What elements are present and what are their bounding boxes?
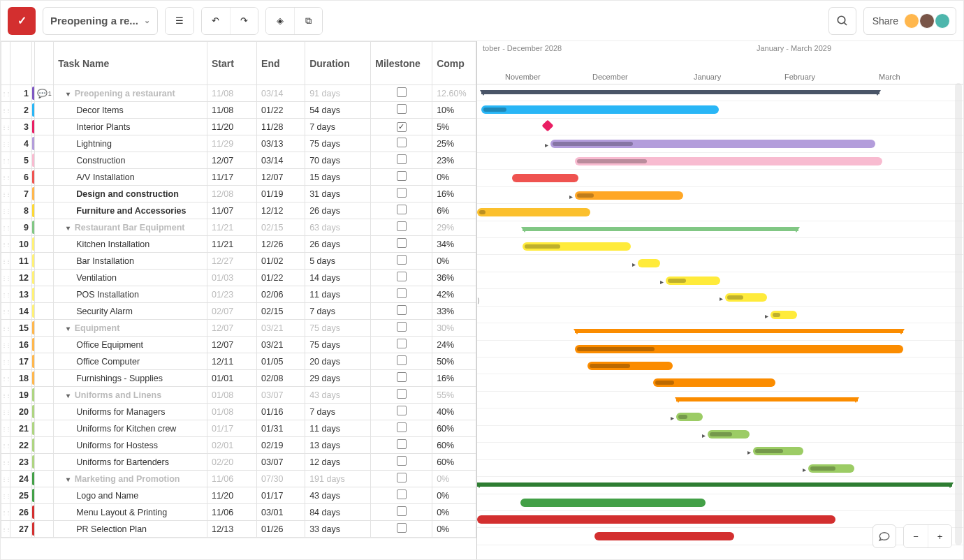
cell-completed[interactable]: 12.60% — [432, 85, 476, 102]
milestone-checkbox[interactable] — [397, 87, 407, 97]
milestone-checkbox[interactable] — [397, 205, 407, 214]
cell-start[interactable]: 02/07 — [207, 303, 256, 320]
cell-end[interactable]: 02/08 — [257, 370, 305, 387]
gantt-bar[interactable] — [666, 277, 720, 285]
cell-start[interactable]: 11/17 — [207, 169, 256, 186]
cell-start[interactable]: 11/29 — [207, 135, 256, 152]
cell-end[interactable]: 01/26 — [257, 521, 305, 538]
drag-handle[interactable]: ⋮⋮ — [1, 175, 10, 181]
cell-completed[interactable]: 0% — [432, 169, 476, 186]
cell-start[interactable]: 01/08 — [207, 387, 256, 404]
cell-end[interactable]: 01/05 — [257, 353, 305, 370]
gantt-bar[interactable] — [520, 499, 706, 507]
cell-end[interactable]: 12/12 — [257, 202, 305, 219]
col-task-name[interactable]: Task Name — [54, 42, 207, 85]
table-row[interactable]: ⋮⋮14Security Alarm02/0702/157 days33% — [1, 303, 476, 320]
drag-handle[interactable]: ⋮⋮ — [1, 108, 10, 114]
cell-completed[interactable]: 50% — [432, 353, 476, 370]
table-row[interactable]: ⋮⋮26Menu Layout & Printing11/0603/0184 d… — [1, 504, 476, 521]
cell-end[interactable]: 02/19 — [257, 437, 305, 454]
drag-handle[interactable]: ⋮⋮ — [1, 124, 10, 131]
cell-completed[interactable]: 36% — [432, 270, 476, 286]
cell-start[interactable]: 02/01 — [207, 437, 256, 454]
gantt-bar[interactable] — [653, 378, 775, 387]
cell-start[interactable]: 11/07 — [207, 202, 256, 219]
cell-start[interactable]: 11/20 — [207, 487, 256, 504]
milestone-checkbox[interactable] — [397, 506, 407, 516]
table-row[interactable]: ⋮⋮12Ventilation01/0301/2214 days36% — [1, 270, 476, 286]
gantt-bar[interactable] — [708, 430, 750, 439]
cell-end[interactable]: 01/31 — [257, 420, 305, 437]
milestone-checkbox[interactable] — [397, 372, 407, 382]
share-button[interactable]: Share — [863, 7, 956, 35]
milestone-checkbox[interactable] — [397, 355, 407, 365]
zoom-in-button[interactable]: + — [928, 525, 951, 547]
milestone-checkbox[interactable] — [397, 456, 407, 466]
subtask-button[interactable]: ⧉ — [294, 8, 322, 34]
drag-handle[interactable]: ⋮⋮ — [1, 342, 10, 348]
cell-duration[interactable]: 12 days — [305, 454, 371, 471]
gantt-bar[interactable] — [594, 532, 734, 540]
table-row[interactable]: ⋮⋮23Uniforms for Bartenders02/2003/0712 … — [1, 454, 476, 471]
cell-duration[interactable]: 13 days — [305, 437, 371, 454]
cell-completed[interactable]: 60% — [432, 420, 476, 437]
gantt-bar[interactable] — [725, 293, 767, 302]
cell-start[interactable]: 11/20 — [207, 119, 256, 135]
cell-start[interactable]: 11/21 — [207, 219, 256, 236]
cell-duration[interactable]: 70 days — [305, 152, 371, 169]
milestone-checkbox[interactable] — [397, 322, 407, 332]
drag-handle[interactable]: ⋮⋮ — [1, 459, 10, 466]
cell-duration[interactable]: 15 days — [305, 169, 371, 186]
table-row[interactable]: ⋮⋮8Furniture and Accessories11/0712/1226… — [1, 202, 476, 219]
cell-end[interactable]: 03/14 — [257, 85, 305, 102]
cell-duration[interactable]: 33 days — [305, 521, 371, 538]
drag-handle[interactable]: ⋮⋮ — [1, 493, 10, 499]
gantt-bar[interactable] — [550, 140, 875, 148]
cell-duration[interactable]: 63 days — [305, 219, 371, 236]
cell-completed[interactable]: 40% — [432, 404, 476, 420]
milestone-checkbox[interactable] — [397, 406, 407, 415]
cell-duration[interactable]: 7 days — [305, 119, 371, 135]
cell-duration[interactable]: 43 days — [305, 487, 371, 504]
drag-handle[interactable]: ⋮⋮ — [1, 158, 10, 164]
cell-start[interactable]: 11/08 — [207, 85, 256, 102]
comment-icon[interactable]: 💬1 — [37, 89, 52, 98]
cell-duration[interactable]: 26 days — [305, 202, 371, 219]
drag-handle[interactable]: ⋮⋮ — [1, 91, 10, 97]
gantt-bar[interactable] — [477, 208, 590, 216]
cell-start[interactable]: 01/03 — [207, 270, 256, 286]
table-row[interactable]: ⋮⋮18Furnishings - Supplies01/0102/0829 d… — [1, 370, 476, 387]
milestone-checkbox[interactable] — [397, 523, 407, 533]
gantt-bar[interactable] — [771, 311, 797, 319]
drag-handle[interactable]: ⋮⋮ — [1, 258, 10, 265]
cell-start[interactable]: 11/06 — [207, 471, 256, 487]
table-row[interactable]: ⋮⋮25Logo and Name11/2001/1743 days0% — [1, 487, 476, 504]
cell-end[interactable]: 03/21 — [257, 320, 305, 337]
table-row[interactable]: ⋮⋮5Construction12/0703/1470 days23% — [1, 152, 476, 169]
cell-duration[interactable]: 29 days — [305, 370, 371, 387]
drag-handle[interactable]: ⋮⋮ — [1, 510, 10, 516]
milestone-checkbox[interactable]: ✓ — [397, 122, 407, 132]
cell-duration[interactable]: 43 days — [305, 387, 371, 404]
milestone-checkbox[interactable] — [397, 339, 407, 348]
cell-start[interactable]: 11/06 — [207, 504, 256, 521]
table-row[interactable]: ⋮⋮17Office Computer12/1101/0520 days50% — [1, 353, 476, 370]
cell-start[interactable]: 12/07 — [207, 152, 256, 169]
cell-duration[interactable]: 91 days — [305, 85, 371, 102]
cell-completed[interactable]: 0% — [432, 487, 476, 504]
cell-start[interactable]: 11/21 — [207, 236, 256, 253]
cell-end[interactable]: 02/15 — [257, 219, 305, 236]
gantt-bar[interactable] — [481, 105, 719, 114]
cell-duration[interactable]: 75 days — [305, 337, 371, 353]
gantt-bar[interactable] — [512, 174, 578, 182]
gantt-bar[interactable] — [575, 345, 903, 353]
collapse-icon[interactable]: ▾ — [66, 90, 72, 98]
table-row[interactable]: ⋮⋮7Design and construction12/0801/1931 d… — [1, 186, 476, 202]
table-row[interactable]: ⋮⋮1💬1▾ Preopening a restaurant11/0803/14… — [1, 85, 476, 102]
cell-completed[interactable]: 5% — [432, 119, 476, 135]
cell-completed[interactable]: 60% — [432, 454, 476, 471]
col-end[interactable]: End — [257, 42, 305, 85]
collapse-icon[interactable]: ▾ — [66, 476, 72, 483]
gantt-summary-bar[interactable] — [523, 227, 798, 231]
drag-handle[interactable]: ⋮⋮ — [1, 526, 10, 533]
